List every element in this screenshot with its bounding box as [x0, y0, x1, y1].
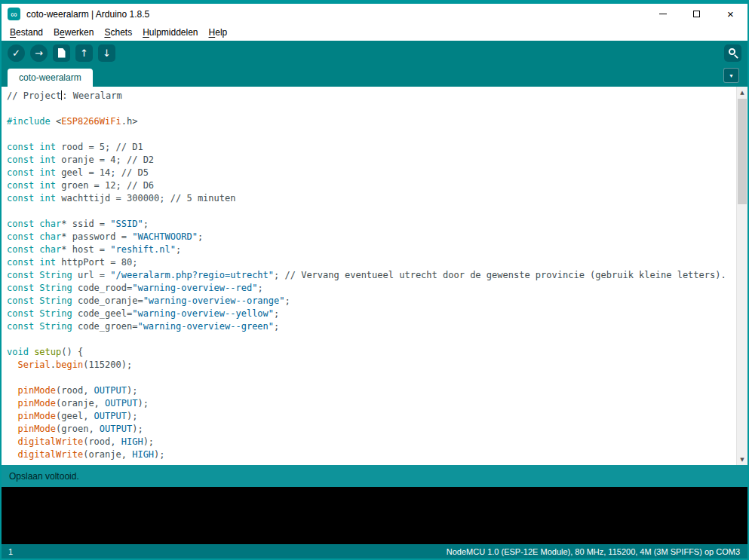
window-title: coto-weeralarm | Arduino 1.8.5 — [26, 9, 149, 20]
code-line[interactable]: pinMode(rood, OUTPUT); — [7, 384, 736, 397]
code-line[interactable]: #include <ESP8266WiFi.h> — [7, 115, 736, 128]
code-line[interactable]: pinMode(oranje, OUTPUT); — [7, 397, 736, 410]
down-arrow-icon: ↓ — [103, 48, 111, 58]
close-icon: × — [727, 8, 734, 20]
window-controls: × — [646, 4, 747, 24]
code-line[interactable] — [7, 205, 736, 218]
arduino-ide-window: ∞ coto-weeralarm | Arduino 1.8.5 × Besta… — [0, 0, 749, 560]
arduino-logo-icon: ∞ — [8, 8, 20, 20]
up-arrow-icon: ↑ — [80, 48, 88, 58]
maximize-icon — [693, 11, 700, 17]
document-icon — [58, 48, 66, 58]
tab-label: coto-weeralarm — [19, 72, 81, 83]
upload-button[interactable]: → — [30, 44, 48, 62]
vertical-scrollbar[interactable]: ▲ ▼ — [736, 87, 747, 465]
chevron-down-icon: ▼ — [729, 73, 734, 78]
scroll-down-button[interactable]: ▼ — [737, 454, 747, 465]
menu-item-hulpmiddelen[interactable]: Hulpmiddelen — [137, 25, 203, 40]
code-editor[interactable]: // Project: Weeralarm#include <ESP8266Wi… — [2, 87, 747, 465]
code-line[interactable]: const int httpPort = 80; — [7, 256, 736, 269]
board-info: NodeMCU 1.0 (ESP-12E Module), 80 MHz, 11… — [447, 547, 740, 556]
tab-dropdown-button[interactable]: ▼ — [723, 68, 739, 83]
serial-monitor-button[interactable] — [724, 44, 741, 62]
minimize-icon — [659, 14, 667, 14]
code-line[interactable]: const int geel = 14; // D5 — [7, 167, 736, 179]
code-line[interactable]: const String code_oranje="warning-overvi… — [7, 295, 736, 308]
code-line[interactable] — [7, 128, 736, 141]
code-line[interactable]: void setup() { — [7, 346, 736, 359]
code-line[interactable]: const int oranje = 4; // D2 — [7, 154, 736, 167]
open-button[interactable]: ↑ — [75, 44, 93, 62]
code-line[interactable]: const int rood = 5; // D1 — [7, 141, 736, 154]
code-line[interactable] — [7, 103, 736, 115]
code-line[interactable]: const int wachttijd = 300000; // 5 minut… — [7, 192, 736, 205]
code-line[interactable]: const String code_geel="warning-overview… — [7, 308, 736, 320]
code-line[interactable]: const int groen = 12; // D6 — [7, 179, 736, 192]
status-message: Opslaan voltooid. — [9, 471, 79, 482]
code-line[interactable]: const char* ssid = "SSID"; — [7, 218, 736, 231]
scroll-up-button[interactable]: ▲ — [737, 87, 747, 98]
tab-bar: coto-weeralarm ▼ — [2, 65, 747, 87]
check-icon: ✓ — [12, 48, 20, 58]
scroll-down-icon: ▼ — [740, 457, 744, 463]
save-button[interactable]: ↓ — [98, 44, 115, 62]
scrollbar-thumb[interactable] — [738, 99, 747, 204]
code-line[interactable]: Serial.begin(115200); — [7, 359, 736, 372]
verify-button[interactable]: ✓ — [8, 44, 25, 62]
code-line[interactable]: const String url = "/weeralarm.php?regio… — [7, 269, 736, 282]
menu-bar: BestandBewerkenSchetsHulpmiddelenHelp — [2, 24, 747, 41]
menu-item-help[interactable]: Help — [204, 25, 233, 40]
close-button[interactable]: × — [714, 4, 747, 24]
code-line[interactable]: // Project: Weeralarm — [7, 90, 736, 103]
title-bar: ∞ coto-weeralarm | Arduino 1.8.5 × — [2, 4, 747, 24]
code-line[interactable]: digitalWrite(rood, HIGH); — [7, 436, 736, 448]
menu-item-schets[interactable]: Schets — [99, 25, 137, 40]
code-line[interactable]: const char* host = "reshift.nl"; — [7, 243, 736, 256]
magnifier-icon — [729, 48, 735, 55]
code-line[interactable]: const char* password = "WACHTWOORD"; — [7, 231, 736, 243]
code-line[interactable] — [7, 372, 736, 384]
code-line[interactable]: const String code_rood="warning-overview… — [7, 282, 736, 295]
menu-item-bestand[interactable]: Bestand — [5, 25, 48, 40]
status-bar: Opslaan voltooid. — [2, 465, 747, 487]
cursor-line-number: 1 — [8, 547, 13, 556]
code-line[interactable] — [7, 333, 736, 346]
code-area[interactable]: // Project: Weeralarm#include <ESP8266Wi… — [2, 87, 736, 465]
menu-item-bewerken[interactable]: Bewerken — [48, 25, 99, 40]
code-line[interactable]: digitalWrite(oranje, HIGH); — [7, 448, 736, 461]
tab-coto-weeralarm[interactable]: coto-weeralarm — [8, 69, 93, 87]
code-line[interactable]: pinMode(groen, OUTPUT); — [7, 423, 736, 436]
console-output[interactable] — [2, 487, 747, 544]
code-line[interactable]: const String code_groen="warning-overvie… — [7, 320, 736, 333]
maximize-button[interactable] — [680, 4, 714, 24]
code-line[interactable]: pinMode(geel, OUTPUT); — [7, 410, 736, 423]
scroll-up-icon: ▲ — [740, 90, 744, 96]
right-arrow-icon: → — [35, 48, 43, 58]
new-sketch-button[interactable] — [53, 44, 70, 62]
toolbar: ✓ → ↑ ↓ — [2, 41, 747, 65]
footer-status-bar: 1 NodeMCU 1.0 (ESP-12E Module), 80 MHz, … — [2, 544, 747, 558]
minimize-button[interactable] — [646, 4, 680, 24]
